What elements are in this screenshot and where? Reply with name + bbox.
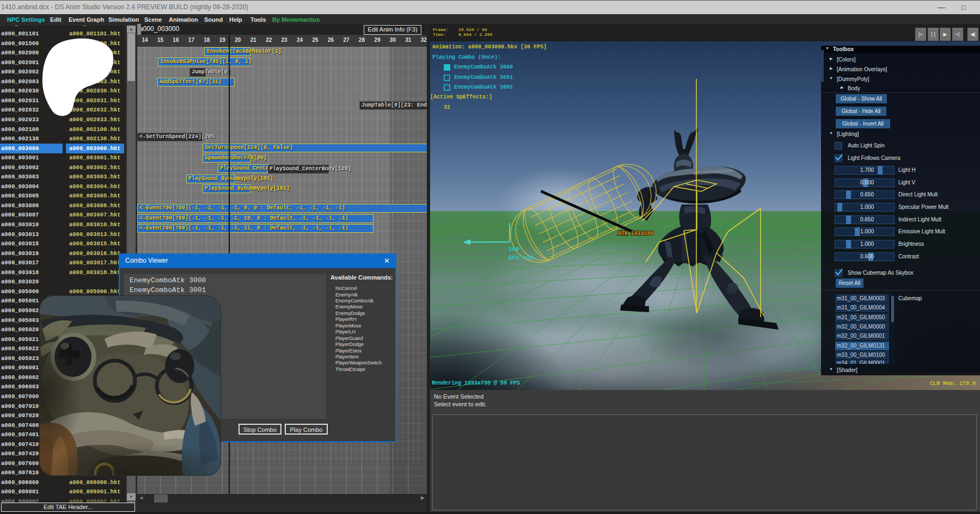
svg-text:SFX 422: SFX 422 <box>509 255 534 261</box>
svg-text:ATK 1410100: ATK 1410100 <box>618 231 654 237</box>
svg-text:180: 180 <box>509 246 519 252</box>
